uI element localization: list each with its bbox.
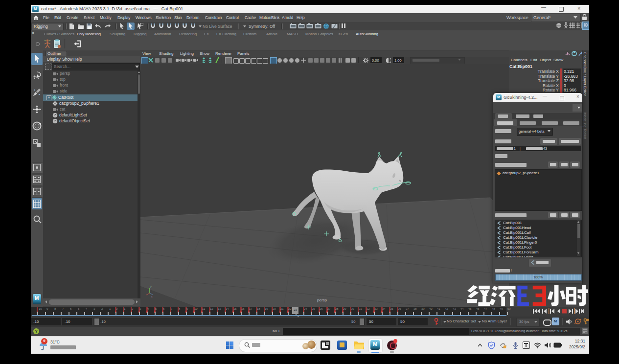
svg-text:y: y bbox=[150, 285, 152, 288]
svg-text:persp: persp bbox=[317, 298, 327, 302]
